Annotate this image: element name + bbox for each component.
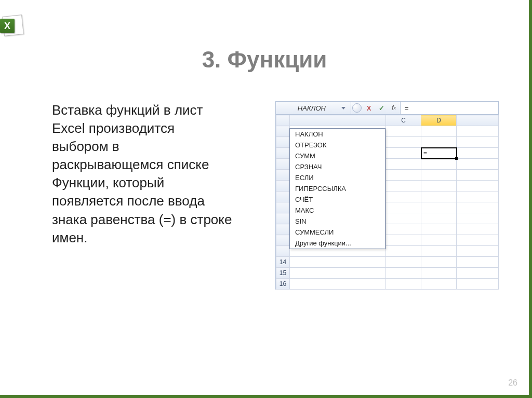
- cell[interactable]: [421, 268, 457, 279]
- function-item[interactable]: СУММЕСЛИ: [290, 227, 385, 238]
- row-header-14[interactable]: 14: [276, 257, 290, 268]
- select-all-corner[interactable]: [276, 115, 290, 126]
- column-header[interactable]: [290, 115, 386, 126]
- cell[interactable]: [421, 235, 457, 246]
- function-item[interactable]: СРЗНАЧ: [290, 161, 385, 172]
- function-item[interactable]: СЧЁТ: [290, 194, 385, 205]
- function-dropdown[interactable]: НАКЛОН ОТРЕЗОК СУММ СРЗНАЧ ЕСЛИ ГИПЕРССЫ…: [289, 128, 385, 249]
- row-header[interactable]: [276, 246, 290, 257]
- cell[interactable]: [421, 257, 457, 268]
- cell[interactable]: [421, 191, 457, 202]
- row-header[interactable]: [276, 126, 290, 137]
- row-header[interactable]: [276, 159, 290, 170]
- page-number: 26: [508, 378, 517, 388]
- formula-value: =: [405, 104, 409, 112]
- chevron-down-icon[interactable]: [341, 107, 345, 109]
- row-header[interactable]: [276, 235, 290, 246]
- insert-function-button[interactable]: fx: [388, 102, 400, 114]
- row-header[interactable]: [276, 181, 290, 191]
- function-item[interactable]: Другие функции...: [290, 238, 385, 249]
- function-item[interactable]: НАКЛОН: [290, 129, 385, 140]
- cell[interactable]: [421, 224, 457, 235]
- formula-bar: НАКЛОН X ✓ fx =: [275, 101, 499, 115]
- active-cell[interactable]: =: [421, 148, 457, 159]
- name-box-value: НАКЛОН: [298, 104, 326, 112]
- excel-logo-icon: X: [3, 16, 28, 40]
- row-header[interactable]: [276, 191, 290, 202]
- row-header[interactable]: [276, 213, 290, 224]
- cell[interactable]: [421, 159, 457, 170]
- cell[interactable]: [421, 137, 457, 148]
- cell[interactable]: [421, 126, 457, 137]
- cell[interactable]: [421, 246, 457, 257]
- column-header-c[interactable]: C: [386, 115, 421, 126]
- function-item[interactable]: ГИПЕРССЫЛКА: [290, 183, 385, 194]
- cell[interactable]: [421, 170, 457, 181]
- cell[interactable]: [421, 181, 457, 191]
- function-item[interactable]: ЕСЛИ: [290, 172, 385, 183]
- row-header[interactable]: [276, 224, 290, 235]
- formula-input[interactable]: =: [400, 102, 498, 114]
- function-item[interactable]: СУММ: [290, 150, 385, 161]
- function-item[interactable]: SIN: [290, 216, 385, 227]
- row-header[interactable]: [276, 202, 290, 213]
- enter-button[interactable]: ✓: [375, 102, 388, 114]
- cell[interactable]: [421, 213, 457, 224]
- row-header[interactable]: [276, 137, 290, 148]
- name-box[interactable]: НАКЛОН: [276, 102, 351, 114]
- slide-body-text: Вставка функций в лист Excel производитс…: [52, 101, 234, 247]
- column-header[interactable]: [457, 115, 499, 126]
- row-header-15[interactable]: 15: [276, 268, 290, 279]
- slide: X 3. Функции Вставка функций в лист Exce…: [0, 0, 532, 398]
- excel-screenshot: НАКЛОН X ✓ fx = НАКЛОН ОТРЕЗОК СУММ СРЗН…: [275, 101, 499, 290]
- column-header-d[interactable]: D: [421, 115, 457, 126]
- row-header[interactable]: [276, 148, 290, 159]
- row-header-16[interactable]: 16: [276, 279, 290, 290]
- cancel-button[interactable]: X: [363, 102, 375, 114]
- expand-formula-icon[interactable]: [352, 103, 362, 113]
- cell[interactable]: [421, 202, 457, 213]
- cell[interactable]: [421, 279, 457, 290]
- function-item[interactable]: МАКС: [290, 205, 385, 216]
- slide-title: 3. Функции: [0, 47, 529, 73]
- function-item[interactable]: ОТРЕЗОК: [290, 140, 385, 150]
- row-header[interactable]: [276, 170, 290, 181]
